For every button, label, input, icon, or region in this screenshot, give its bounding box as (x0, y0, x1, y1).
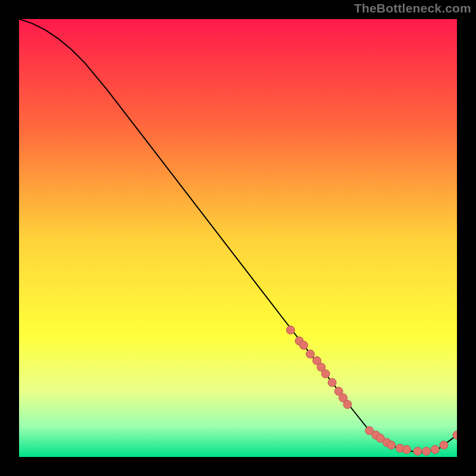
chart-marker (286, 326, 295, 334)
chart-marker (321, 369, 330, 378)
watermark-text: TheBottleneck.com (354, 1, 471, 15)
chart-marker (306, 350, 314, 358)
chart-marker (422, 447, 431, 455)
chart-svg (19, 19, 457, 457)
chart-marker (414, 447, 422, 455)
chart-marker (431, 446, 439, 454)
chart-background-gradient (19, 19, 457, 457)
chart-marker (299, 341, 308, 349)
chart-marker (343, 400, 352, 409)
chart-marker (402, 446, 411, 454)
plot-area (19, 19, 457, 457)
chart-marker (328, 378, 336, 387)
chart-marker (387, 441, 396, 449)
chart-container: TheBottleneck.com (0, 0, 476, 476)
chart-marker (440, 441, 448, 449)
